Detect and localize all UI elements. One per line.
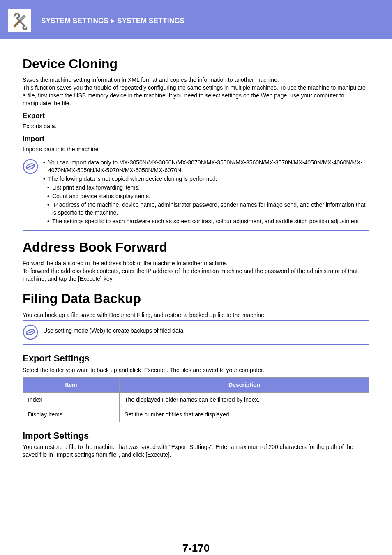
address-book-body: Forward the data stored in the address b… bbox=[23, 259, 369, 283]
heading-address-book-forward: Address Book Forward bbox=[23, 238, 369, 256]
svg-point-0 bbox=[14, 25, 16, 28]
note-subline: List print and fax forwarding items. bbox=[43, 184, 369, 192]
device-cloning-intro: Saves the machine setting information in… bbox=[23, 76, 369, 107]
breadcrumb-part-b[interactable]: SYSTEM SETTINGS bbox=[117, 17, 184, 25]
heading-export-settings: Export Settings bbox=[23, 352, 369, 365]
import-settings-desc: You can restore a file to the machine th… bbox=[23, 443, 369, 459]
heading-filing-data-backup: Filing Data Backup bbox=[23, 290, 369, 308]
table-cell-desc: Set the number of files that are display… bbox=[120, 407, 369, 422]
divider bbox=[23, 320, 369, 321]
note-icon bbox=[23, 159, 38, 174]
heading-export: Export bbox=[23, 111, 369, 121]
breadcrumb-separator-icon: ► bbox=[109, 16, 116, 26]
breadcrumb: SYSTEM SETTINGS►SYSTEM SETTINGS bbox=[41, 16, 184, 26]
heading-import-settings: Import Settings bbox=[23, 430, 369, 442]
divider bbox=[23, 230, 369, 231]
note-line: You can import data only to MX-3050N/MX-… bbox=[43, 159, 369, 174]
export-settings-table: Item Description Index The displayed Fol… bbox=[23, 377, 369, 422]
breadcrumb-part-a[interactable]: SYSTEM SETTINGS bbox=[41, 17, 108, 25]
heading-import: Import bbox=[23, 134, 369, 144]
note-icon bbox=[23, 324, 38, 340]
import-desc: Imports data into the machine. bbox=[23, 146, 369, 153]
export-settings-desc: Select the folder you want to back up an… bbox=[23, 366, 369, 374]
note-subline: IP address of the machine, device name, … bbox=[43, 201, 369, 217]
info-block-cloning: You can import data only to MX-3050N/MX-… bbox=[23, 158, 369, 226]
settings-tools-icon bbox=[7, 9, 32, 33]
table-row: Index The displayed Folder names can be … bbox=[23, 392, 369, 407]
divider bbox=[23, 344, 369, 345]
table-cell-desc: The displayed Folder names can be filter… bbox=[120, 392, 369, 407]
filing-backup-intro: You can back up a file saved with Docume… bbox=[23, 311, 369, 319]
header-bar: SYSTEM SETTINGS►SYSTEM SETTINGS bbox=[0, 0, 392, 39]
note-subline: The settings specific to each hardware s… bbox=[43, 217, 369, 225]
page-number: 7-170 bbox=[23, 541, 369, 555]
table-row: Display Items Set the number of files th… bbox=[23, 407, 369, 422]
table-head-description: Description bbox=[120, 378, 369, 393]
backup-note: Use setting mode (Web) to create backups… bbox=[43, 327, 185, 334]
table-head-item: Item bbox=[23, 378, 120, 393]
divider bbox=[23, 155, 369, 155]
note-line: The following data is not copied when de… bbox=[43, 175, 369, 183]
table-cell-item: Index bbox=[23, 392, 120, 407]
info-block-backup: Use setting mode (Web) to create backups… bbox=[23, 324, 369, 340]
export-desc: Exports data. bbox=[23, 123, 369, 130]
table-cell-item: Display Items bbox=[23, 407, 120, 422]
note-subline: Count and device status display items. bbox=[43, 192, 369, 200]
heading-device-cloning: Device Cloning bbox=[23, 55, 369, 73]
page-content: Device Cloning Saves the machine setting… bbox=[0, 39, 392, 555]
